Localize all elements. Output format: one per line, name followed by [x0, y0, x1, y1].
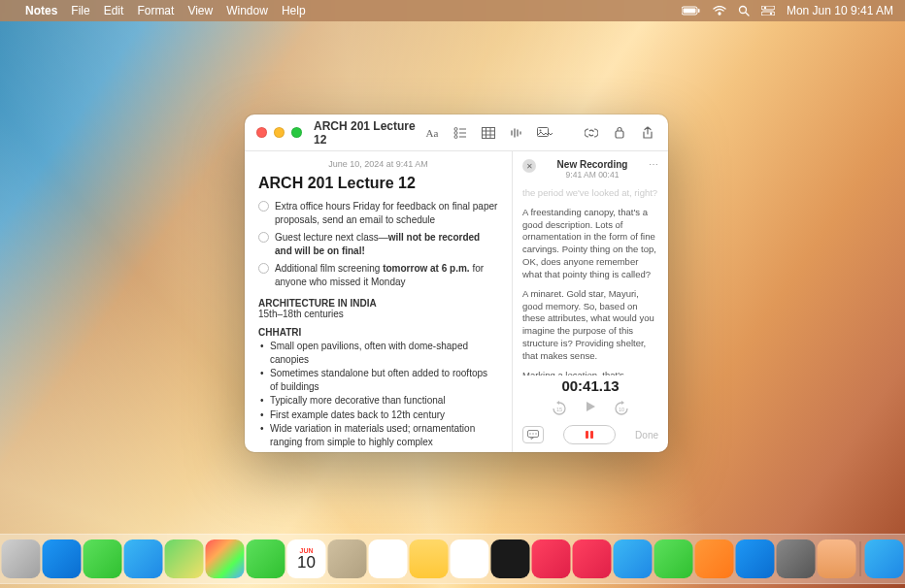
- svg-rect-8: [761, 12, 775, 16]
- dock-contacts[interactable]: [328, 539, 367, 578]
- note-date: June 10, 2024 at 9:41 AM: [258, 159, 498, 169]
- menu-file[interactable]: File: [71, 4, 89, 17]
- menu-edit[interactable]: Edit: [104, 4, 124, 17]
- link-button[interactable]: [583, 124, 600, 142]
- app-menu[interactable]: Notes: [25, 4, 57, 17]
- dock-appstore[interactable]: [736, 539, 775, 578]
- svg-line-5: [746, 13, 749, 16]
- bullet-item: Wide variation in materials used; orname…: [258, 422, 498, 448]
- dock-maps[interactable]: [165, 539, 204, 578]
- dock-launchpad[interactable]: [2, 539, 41, 578]
- transcript-paragraph: A freestanding canopy, that's a good des…: [522, 207, 658, 281]
- bullet-item: First example dates back to 12th century: [258, 408, 498, 422]
- media-button[interactable]: [536, 124, 553, 142]
- note-body[interactable]: June 10, 2024 at 9:41 AM ARCH 201 Lectur…: [245, 151, 512, 452]
- dock-reminders[interactable]: [369, 539, 408, 578]
- menubar: Notes File Edit Format View Window Help …: [0, 0, 905, 21]
- audio-button[interactable]: [508, 124, 525, 142]
- transcript-faded: the period we've looked at, right?: [522, 187, 658, 200]
- dock-appstore-alt[interactable]: [614, 539, 653, 578]
- menu-view[interactable]: View: [187, 4, 213, 17]
- window-content: June 10, 2024 at 9:41 AM ARCH 201 Lectur…: [245, 151, 668, 452]
- menu-format[interactable]: Format: [137, 4, 174, 17]
- svg-text:10: 10: [619, 407, 624, 412]
- done-button[interactable]: Done: [635, 430, 658, 441]
- dock-messages[interactable]: [84, 539, 122, 578]
- checklist-text: Extra office hours Friday for feedback o…: [275, 200, 498, 226]
- window-close[interactable]: [256, 127, 267, 138]
- dock-music[interactable]: [532, 539, 571, 578]
- notes-window: ARCH 201 Lecture 12 Aa June 10, 2024 at …: [245, 114, 668, 452]
- toolbar: Aa: [423, 124, 656, 142]
- svg-point-4: [739, 7, 746, 14]
- dock-numbers[interactable]: [654, 539, 693, 578]
- transcript-paragraph: A minaret. Gold star, Mayuri, good memor…: [522, 288, 658, 363]
- dock-freeform[interactable]: [451, 539, 489, 578]
- dock-separator: [860, 541, 861, 576]
- checklist-button[interactable]: [452, 124, 469, 142]
- format-button[interactable]: Aa: [423, 124, 441, 142]
- dock-settings[interactable]: [777, 539, 816, 578]
- transcript-toggle-button[interactable]: [522, 426, 544, 443]
- svg-rect-2: [698, 9, 700, 13]
- lock-button[interactable]: [611, 124, 628, 142]
- dock-photos[interactable]: [206, 539, 245, 578]
- svg-point-26: [540, 129, 542, 131]
- svg-point-10: [454, 127, 457, 130]
- dock-tv[interactable]: [491, 539, 530, 578]
- checklist-text: Additional film screening tomorrow at 6 …: [275, 262, 498, 288]
- play-button[interactable]: [584, 400, 597, 417]
- share-button[interactable]: [639, 124, 656, 142]
- svg-point-36: [529, 433, 530, 434]
- checkbox-icon[interactable]: [258, 263, 269, 274]
- checkbox-icon[interactable]: [258, 201, 269, 212]
- rewind-15-button[interactable]: 15: [551, 400, 568, 417]
- recording-timer: 00:41.13: [513, 377, 668, 394]
- close-panel-button[interactable]: ✕: [522, 159, 536, 173]
- svg-rect-25: [538, 127, 549, 136]
- bullet-list: Small open pavilions, often with dome-sh…: [258, 340, 498, 448]
- checklist-item[interactable]: Guest lecture next class—will not be rec…: [258, 231, 498, 257]
- svg-rect-1: [683, 9, 695, 14]
- svg-point-12: [454, 131, 457, 134]
- dock-notes[interactable]: [410, 539, 449, 578]
- checklist-item[interactable]: Additional film screening tomorrow at 6 …: [258, 262, 498, 288]
- titlebar: ARCH 201 Lecture 12 Aa: [245, 114, 668, 151]
- menu-window[interactable]: Window: [226, 4, 268, 17]
- forward-10-button[interactable]: 10: [613, 400, 630, 417]
- record-pause-button[interactable]: [563, 425, 616, 444]
- transcript-area[interactable]: the period we've looked at, right? A fre…: [513, 183, 668, 376]
- section-subheading: 15th–18th centuries: [258, 309, 498, 319]
- dock-mail[interactable]: [124, 539, 163, 578]
- dock-news[interactable]: [573, 539, 612, 578]
- subheading: CHHATRI: [258, 327, 498, 338]
- window-minimize[interactable]: [274, 127, 285, 138]
- transport-controls: 15 10: [513, 398, 668, 419]
- dock-facetime[interactable]: [247, 539, 285, 578]
- svg-point-14: [454, 135, 457, 138]
- wifi-icon[interactable]: [713, 6, 726, 16]
- control-center-icon[interactable]: [761, 6, 775, 16]
- checklist-item[interactable]: Extra office hours Friday for feedback o…: [258, 200, 498, 226]
- svg-point-38: [535, 433, 536, 434]
- more-button[interactable]: ⋯: [649, 159, 658, 170]
- pause-icon: [586, 431, 593, 439]
- svg-rect-27: [616, 131, 623, 138]
- recording-meta: 9:41 AM 00:41: [542, 170, 643, 180]
- menu-help[interactable]: Help: [282, 4, 306, 17]
- menubar-clock[interactable]: Mon Jun 10 9:41 AM: [787, 4, 893, 17]
- svg-rect-6: [761, 6, 775, 10]
- dock-pages[interactable]: [695, 539, 734, 578]
- checkbox-icon[interactable]: [258, 232, 269, 243]
- table-button[interactable]: [480, 124, 497, 142]
- battery-icon[interactable]: [682, 6, 701, 16]
- dock-downloads[interactable]: [865, 539, 904, 578]
- search-icon[interactable]: [738, 5, 750, 16]
- bullet-item: Small open pavilions, often with dome-sh…: [258, 340, 498, 366]
- dock-calendar[interactable]: JUN10: [287, 539, 326, 578]
- recording-title: New Recording: [542, 159, 643, 170]
- svg-text:15: 15: [556, 407, 562, 412]
- dock-phone-mirror[interactable]: [818, 539, 856, 578]
- dock-safari[interactable]: [43, 539, 82, 578]
- window-zoom[interactable]: [291, 127, 302, 138]
